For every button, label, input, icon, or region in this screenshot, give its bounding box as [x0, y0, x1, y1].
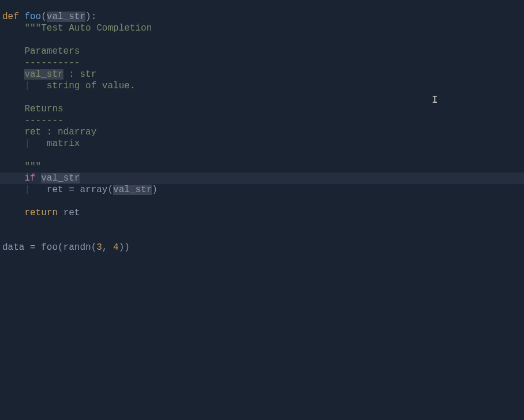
docstring-text: """Test Auto Completion	[24, 23, 152, 33]
param-highlight: val_str	[24, 69, 63, 80]
code-line[interactable]	[2, 149, 524, 161]
code-line[interactable]: return ret	[2, 207, 524, 219]
indent	[2, 138, 24, 149]
docstring-text: string of value.	[47, 81, 136, 91]
paren-open: (	[41, 12, 47, 22]
indent	[2, 46, 24, 57]
code-line-current[interactable]: if val_str	[0, 172, 524, 184]
keyword-return: return	[24, 208, 63, 218]
code-line[interactable]: ret : ndarray	[2, 126, 524, 138]
number-literal: 4	[113, 242, 119, 253]
docstring-text: matrix	[47, 138, 80, 149]
docstring-text: """	[24, 162, 41, 172]
code-line[interactable]: ----------	[2, 57, 524, 69]
pad	[30, 81, 47, 91]
code-line[interactable]	[2, 230, 524, 242]
indent	[2, 185, 24, 195]
code-line[interactable]	[2, 219, 524, 230]
param-highlight: val_str	[113, 185, 152, 195]
indent-guide: |	[24, 185, 30, 195]
paren-close: ):	[85, 12, 96, 22]
docstring-text: Parameters	[24, 46, 80, 57]
docstring-text: ----------	[24, 58, 80, 68]
keyword-def: def	[2, 12, 24, 22]
param-highlight: val_str	[47, 12, 85, 22]
code-line[interactable]: """	[2, 161, 524, 172]
indent	[2, 115, 24, 126]
indent	[2, 23, 24, 33]
indent-guide: |	[24, 81, 30, 91]
paren-close: )	[152, 185, 158, 195]
docstring-text: -------	[24, 115, 63, 126]
docstring-text: : str	[63, 69, 97, 80]
code-editor[interactable]: def foo(val_str): """Test Auto Completio…	[0, 0, 524, 420]
code-line[interactable]: | ret = array(val_str)	[2, 184, 524, 196]
indent	[2, 173, 24, 183]
code-text: data = foo(randn(	[2, 242, 96, 253]
indent	[2, 69, 24, 80]
variable: ret	[63, 208, 80, 218]
code-line[interactable]: val_str : str	[2, 69, 524, 80]
code-line[interactable]: | string of value.	[2, 80, 524, 92]
pad	[30, 185, 47, 195]
indent	[2, 208, 24, 218]
pad	[30, 138, 47, 149]
indent	[2, 127, 24, 137]
code-line[interactable]: Parameters	[2, 46, 524, 57]
comma: ,	[102, 242, 113, 253]
paren-close: ))	[119, 242, 130, 253]
indent-guide: |	[24, 138, 30, 149]
function-name: foo	[24, 12, 41, 22]
code-line[interactable]: data = foo(randn(3, 4))	[2, 242, 524, 253]
keyword-if: if	[24, 173, 41, 183]
number-literal: 3	[96, 242, 102, 253]
param-highlight: val_str	[41, 173, 80, 183]
docstring-text: Returns	[24, 104, 63, 114]
indent	[2, 104, 24, 114]
code-line[interactable]: Returns	[2, 103, 524, 115]
indent	[2, 162, 24, 172]
docstring-text: ret : ndarray	[24, 127, 96, 137]
code-line[interactable]	[2, 92, 524, 103]
code-line[interactable]: """Test Auto Completion	[2, 22, 524, 34]
code-line[interactable]: | matrix	[2, 138, 524, 149]
indent	[2, 58, 24, 68]
code-line[interactable]: def foo(val_str):	[2, 11, 524, 22]
code-line[interactable]: -------	[2, 115, 524, 126]
editor-container: def foo(val_str): """Test Auto Completio…	[0, 0, 524, 420]
code-line[interactable]	[2, 196, 524, 207]
indent	[2, 81, 24, 91]
code-line[interactable]	[2, 34, 524, 46]
code-text: ret = array(	[47, 185, 113, 195]
